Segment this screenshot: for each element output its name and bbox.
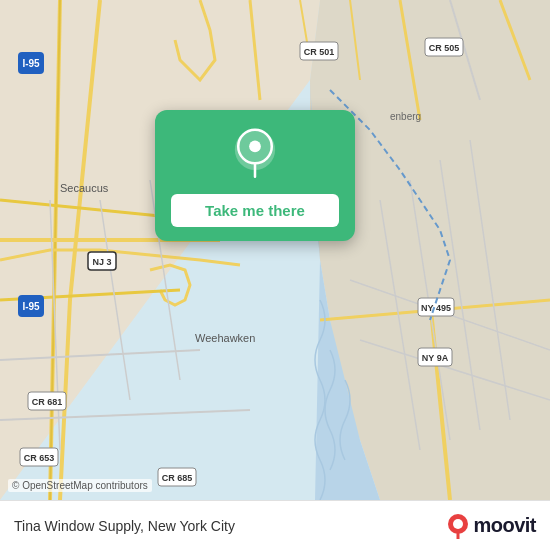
svg-point-56 xyxy=(453,519,463,529)
svg-text:NY 495: NY 495 xyxy=(421,303,451,313)
moovit-pin-icon xyxy=(447,513,469,539)
svg-text:CR 505: CR 505 xyxy=(429,43,460,53)
location-pin-icon xyxy=(229,128,281,180)
svg-text:Secaucus: Secaucus xyxy=(60,182,109,194)
moovit-logo: moovit xyxy=(447,513,536,539)
svg-text:CR 653: CR 653 xyxy=(24,453,55,463)
svg-text:I-95: I-95 xyxy=(22,301,40,312)
svg-point-54 xyxy=(249,141,261,153)
svg-text:CR 501: CR 501 xyxy=(304,47,335,57)
destination-card: Take me there xyxy=(155,110,355,241)
location-label: Tina Window Supply, New York City xyxy=(14,518,235,534)
svg-text:I-95: I-95 xyxy=(22,58,40,69)
map-attribution: © OpenStreetMap contributors xyxy=(8,479,152,492)
svg-text:NY 9A: NY 9A xyxy=(422,353,449,363)
svg-text:Weehawken: Weehawken xyxy=(195,332,255,344)
svg-text:CR 681: CR 681 xyxy=(32,397,63,407)
svg-text:enberg: enberg xyxy=(390,111,421,122)
take-me-there-button[interactable]: Take me there xyxy=(171,194,339,227)
map-background: CR 501 CR 505 I-95 I-95 NJ 3 NY 9A NY 49… xyxy=(0,0,550,500)
bottom-bar: Tina Window Supply, New York City moovit xyxy=(0,500,550,550)
svg-text:CR 685: CR 685 xyxy=(162,473,193,483)
moovit-brand-name: moovit xyxy=(473,514,536,537)
svg-text:NJ 3: NJ 3 xyxy=(92,257,111,267)
map-container: CR 501 CR 505 I-95 I-95 NJ 3 NY 9A NY 49… xyxy=(0,0,550,500)
